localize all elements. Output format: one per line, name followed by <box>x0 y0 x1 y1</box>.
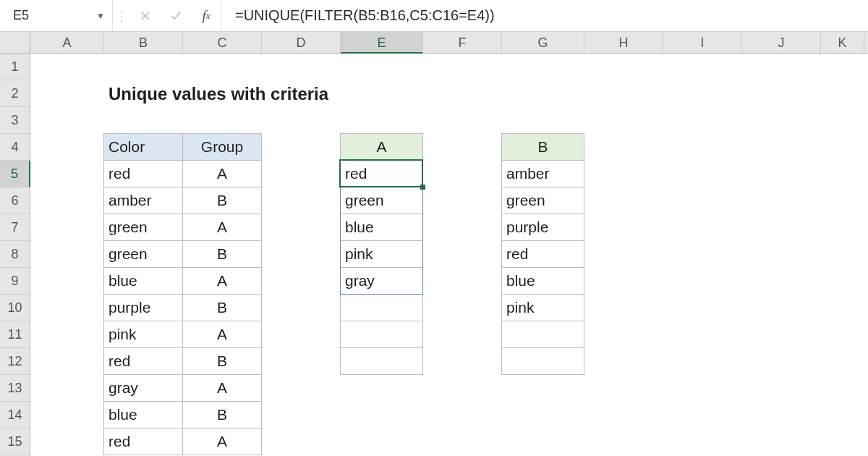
result-header-a[interactable]: A <box>340 133 423 161</box>
row-header-9[interactable]: 9 <box>0 268 30 295</box>
table-row[interactable]: A <box>182 321 262 348</box>
result-cell[interactable]: blue <box>340 214 423 241</box>
table-row[interactable]: gray <box>103 374 183 402</box>
row-header-6[interactable]: 6 <box>0 187 30 214</box>
row-header-8[interactable]: 8 <box>0 241 30 268</box>
table-row[interactable]: red <box>103 347 183 375</box>
result-cell[interactable] <box>501 347 584 375</box>
formula-bar: E5 ▼ ⋮ fx =UNIQUE(FILTER(B5:B16,C5:C16=E… <box>0 0 868 32</box>
table-row[interactable]: red <box>103 160 183 187</box>
col-header-E[interactable]: E <box>341 32 423 54</box>
result-cell[interactable] <box>340 347 423 375</box>
table-row[interactable]: purple <box>103 294 183 321</box>
result-cell[interactable] <box>340 294 423 321</box>
column-headers[interactable]: ABCDEFGHIJK <box>30 32 868 54</box>
result-cell[interactable]: pink <box>340 240 423 268</box>
row-header-13[interactable]: 13 <box>0 375 30 402</box>
table-row[interactable]: A <box>182 160 262 187</box>
page-title: Unique values with criteria <box>109 80 328 107</box>
result-cell[interactable]: green <box>501 187 584 214</box>
row-header-14[interactable]: 14 <box>0 402 30 428</box>
row-headers[interactable]: 123456789101112131415 <box>0 54 30 456</box>
chevron-down-icon[interactable]: ▼ <box>96 11 105 21</box>
table-row[interactable]: blue <box>103 401 183 428</box>
name-box-value: E5 <box>13 8 29 23</box>
table-header-color[interactable]: Color <box>103 133 183 161</box>
result-cell[interactable]: red <box>340 160 423 187</box>
table-row[interactable]: B <box>182 347 262 375</box>
row-header-7[interactable]: 7 <box>0 214 30 241</box>
table-row[interactable]: green <box>103 240 183 268</box>
result-cell[interactable]: red <box>501 240 584 268</box>
col-header-H[interactable]: H <box>584 32 663 53</box>
table-row[interactable]: amber <box>103 187 183 214</box>
formula-input[interactable]: =UNIQUE(FILTER(B5:B16,C5:C16=E4)) <box>221 0 868 31</box>
row-header-12[interactable]: 12 <box>0 348 30 375</box>
result-cell[interactable]: amber <box>501 160 584 187</box>
row-header-5[interactable]: 5 <box>0 161 30 187</box>
row-header-2[interactable]: 2 <box>0 80 30 107</box>
col-header-A[interactable]: A <box>30 32 104 53</box>
formula-text: =UNIQUE(FILTER(B5:B16,C5:C16=E4)) <box>235 7 495 24</box>
col-header-F[interactable]: F <box>423 32 502 53</box>
cells-area[interactable]: Unique values with criteria ColorGroupre… <box>30 54 868 456</box>
table-row[interactable]: green <box>103 214 183 241</box>
table-row[interactable]: A <box>182 214 262 241</box>
table-header-group[interactable]: Group <box>182 133 262 161</box>
row-header-1[interactable]: 1 <box>0 54 30 80</box>
table-row[interactable]: red <box>103 428 183 455</box>
row-header-11[interactable]: 11 <box>0 321 30 348</box>
table-row[interactable]: B <box>182 187 262 214</box>
cancel-icon[interactable] <box>130 0 161 31</box>
result-cell[interactable]: gray <box>340 267 423 295</box>
select-all-button[interactable] <box>0 32 30 54</box>
insert-function-icon[interactable]: fx <box>191 0 221 31</box>
table-row[interactable]: pink <box>103 321 183 348</box>
result-cell[interactable]: purple <box>501 214 584 241</box>
table-row[interactable]: blue <box>103 267 183 295</box>
table-row[interactable]: B <box>182 240 262 268</box>
table-row[interactable]: B <box>182 294 262 321</box>
result-header-b[interactable]: B <box>501 133 584 161</box>
formula-bar-separator: ⋮ <box>113 0 130 31</box>
result-cell[interactable] <box>501 321 584 348</box>
table-row[interactable]: B <box>182 401 262 428</box>
enter-icon[interactable] <box>161 0 191 31</box>
table-row[interactable]: A <box>182 374 262 402</box>
result-cell[interactable] <box>340 321 423 348</box>
spreadsheet-grid[interactable]: ABCDEFGHIJK 123456789101112131415 Unique… <box>0 32 868 456</box>
col-header-G[interactable]: G <box>502 32 584 53</box>
name-box[interactable]: E5 ▼ <box>0 0 113 31</box>
table-row[interactable]: A <box>182 428 262 455</box>
result-cell[interactable]: blue <box>501 267 584 295</box>
col-header-D[interactable]: D <box>262 32 341 53</box>
row-header-15[interactable]: 15 <box>0 428 30 455</box>
col-header-I[interactable]: I <box>663 32 742 53</box>
col-header-K[interactable]: K <box>821 32 864 53</box>
row-header-4[interactable]: 4 <box>0 134 30 161</box>
result-cell[interactable]: pink <box>501 294 584 321</box>
col-header-C[interactable]: C <box>183 32 262 53</box>
col-header-J[interactable]: J <box>742 32 821 53</box>
row-header-3[interactable]: 3 <box>0 107 30 134</box>
table-row[interactable]: A <box>182 267 262 295</box>
col-header-B[interactable]: B <box>104 32 183 53</box>
result-cell[interactable]: green <box>340 187 423 214</box>
row-header-10[interactable]: 10 <box>0 295 30 321</box>
